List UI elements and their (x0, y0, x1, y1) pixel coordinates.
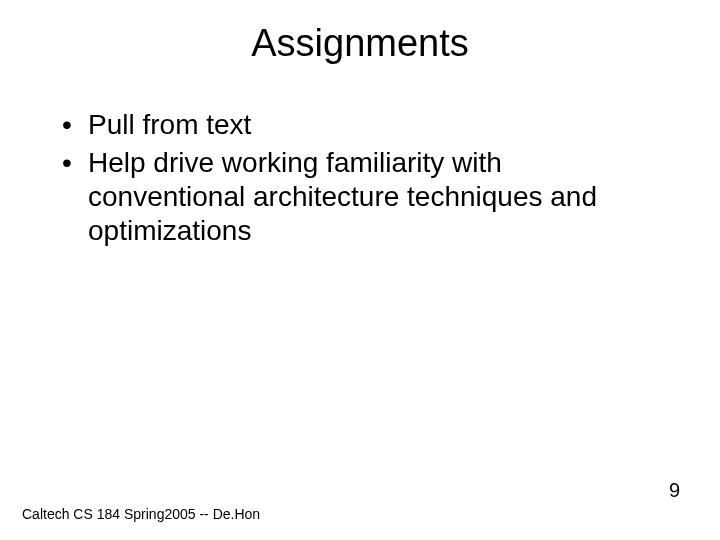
slide-body: Pull from text Help drive working famili… (54, 108, 666, 253)
bullet-text: Pull from text (88, 109, 251, 140)
bullet-text: Help drive working familiarity with conv… (88, 147, 597, 246)
slide-title: Assignments (0, 22, 720, 65)
page-number: 9 (669, 479, 680, 502)
list-item: Help drive working familiarity with conv… (54, 146, 666, 248)
bullet-list: Pull from text Help drive working famili… (54, 108, 666, 249)
list-item: Pull from text (54, 108, 666, 142)
slide-footer: Caltech CS 184 Spring2005 -- De.Hon (22, 506, 260, 522)
slide: Assignments Pull from text Help drive wo… (0, 0, 720, 540)
